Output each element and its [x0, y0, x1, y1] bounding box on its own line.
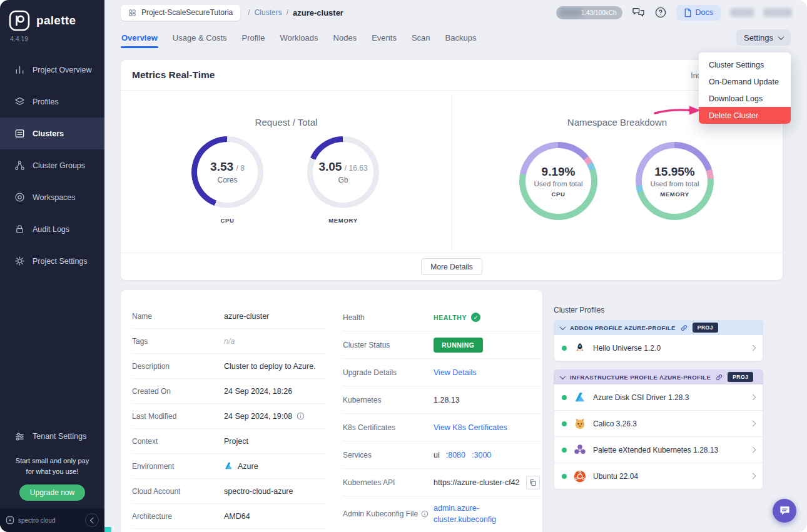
- addon-profile-header[interactable]: ADDON PROFILE AZURE-PROFILE PROJ: [554, 320, 763, 335]
- layers-icon: [14, 96, 25, 107]
- detail-row-name: Name azure-cluster: [132, 304, 327, 329]
- menu-item-cluster-settings[interactable]: Cluster Settings: [699, 56, 791, 73]
- profile-item-calico[interactable]: Calico 3.26.3: [554, 411, 763, 437]
- palette-logo: [9, 10, 30, 31]
- profile-item-azure-disk-csi[interactable]: Azure Disk CSI Driver 1.28.3: [554, 384, 763, 411]
- addon-profile-group: ADDON PROFILE AZURE-PROFILE PROJ Hello U…: [554, 320, 763, 361]
- infrastructure-profile-header[interactable]: INFRASTRUCTURE PROFILE AZURE-PROFILE PRO…: [554, 369, 763, 384]
- sidebar-item-audit-logs[interactable]: Audit Logs: [0, 213, 104, 245]
- detail-label: Created On: [132, 387, 224, 396]
- status-row-k8s-certificates: K8s Certificates View K8s Certificates: [343, 414, 540, 441]
- detail-value: n/a: [224, 337, 235, 346]
- chat-fab-button[interactable]: [773, 499, 796, 523]
- menu-item-download-logs[interactable]: Download Logs: [699, 90, 791, 107]
- memory-namespace-label: Used from total: [651, 180, 699, 188]
- bar-chart-icon: [14, 64, 25, 75]
- tab-overview[interactable]: Overview: [121, 26, 158, 49]
- sidebar-item-project-settings[interactable]: Project Settings: [0, 245, 104, 277]
- tab-profile[interactable]: Profile: [241, 26, 266, 49]
- tab-nodes[interactable]: Nodes: [333, 26, 358, 49]
- detail-label: Architecture: [132, 512, 224, 521]
- delete-cluster-arrow-annotation: [653, 103, 704, 118]
- status-row-kubernetes: Kubernetes 1.28.13: [343, 386, 540, 414]
- brand: palette: [0, 0, 104, 31]
- detail-value: 24 Sep 2024, 18:26: [224, 387, 292, 396]
- link-icon[interactable]: [681, 324, 688, 331]
- upgrade-now-button[interactable]: Upgrade now: [19, 484, 85, 501]
- status-row-upgrade-details: Upgrade Details View Details: [343, 359, 540, 386]
- memory-namespace-caption: MEMORY: [660, 191, 689, 198]
- running-badge: RUNNING: [434, 338, 483, 353]
- kubeconfig-download-link[interactable]: admin.azure-cluster.kubeconfig: [434, 503, 514, 525]
- tab-events[interactable]: Events: [371, 26, 397, 49]
- service-name: ui: [434, 451, 440, 459]
- workspaces-icon: [14, 192, 25, 203]
- info-icon[interactable]: [421, 510, 429, 518]
- sidebar-item-project-overview[interactable]: Project Overview: [0, 54, 104, 86]
- cpu-namespace-caption: CPU: [551, 191, 565, 198]
- addon-profile-title: ADDON PROFILE AZURE-PROFILE: [570, 324, 676, 331]
- settings-button[interactable]: Settings: [736, 29, 791, 46]
- profile-item-palette-extended-kubernetes[interactable]: Palette eXtended Kubernetes 1.28.13: [554, 437, 763, 463]
- cluster-profiles-heading: Cluster Profiles: [554, 306, 763, 314]
- metrics-title: Metrics Real-Time: [132, 69, 215, 81]
- profile-item-hello-universe[interactable]: Hello Universe 1.2.0: [554, 335, 763, 361]
- detail-value: AMD64: [224, 512, 250, 521]
- memory-namespace-percent: 15.95%: [654, 165, 694, 179]
- sidebar-item-workspaces[interactable]: Workspaces: [0, 181, 104, 213]
- view-certificates-link[interactable]: View K8s Certificates: [434, 423, 507, 432]
- status-row-admin-kubeconfig: Admin Kubeconfig File admin.azure-cluste…: [343, 496, 540, 531]
- breadcrumb-clusters-link[interactable]: Clusters: [255, 8, 282, 17]
- detail-label: Last Modified: [132, 412, 224, 421]
- detail-row-architecture: Architecture AMD64: [132, 504, 327, 529]
- chat-bubbles-icon[interactable]: [632, 7, 645, 18]
- upgrade-promo: Start small and only pay for what you us…: [0, 451, 104, 501]
- proj-badge: PROJ: [693, 323, 718, 333]
- tab-scan[interactable]: Scan: [411, 26, 431, 49]
- sidebar-item-label: Audit Logs: [33, 225, 69, 234]
- service-port-link[interactable]: :8080: [446, 451, 465, 459]
- status-label: Kubernetes: [343, 396, 434, 404]
- link-icon[interactable]: [716, 374, 723, 381]
- docs-button[interactable]: Docs: [676, 5, 721, 21]
- status-label: Admin Kubeconfig File: [343, 509, 418, 518]
- chevron-down-icon: [778, 34, 784, 40]
- docs-icon: [684, 8, 692, 18]
- menu-item-delete-cluster[interactable]: Delete Cluster: [699, 107, 791, 124]
- info-icon[interactable]: [297, 412, 305, 420]
- settings-button-label: Settings: [744, 33, 773, 43]
- copy-button[interactable]: [526, 476, 540, 489]
- tab-workloads[interactable]: Workloads: [279, 26, 318, 49]
- project-selector-chip[interactable]: Project-ScaleSecureTutoria: [121, 5, 240, 21]
- help-icon[interactable]: [654, 6, 667, 19]
- cpu-request-donut: 3.53 / 8 Cores: [191, 136, 263, 208]
- more-details-button[interactable]: More Details: [421, 258, 482, 275]
- project-chip-label: Project-ScaleSecureTutoria: [141, 8, 233, 17]
- sidebar-item-label: Cluster Groups: [33, 161, 85, 170]
- breadcrumb-separator: /: [287, 8, 288, 17]
- detail-value: spectro-cloud-azure: [224, 487, 293, 496]
- chevron-right-icon: [750, 447, 756, 453]
- detail-value: Azure: [238, 462, 258, 471]
- status-label: Cluster Status: [343, 341, 434, 349]
- sidebar-collapse-button[interactable]: [85, 513, 99, 527]
- sidebar-item-clusters[interactable]: Clusters: [0, 118, 104, 149]
- sidebar-item-tenant-settings[interactable]: Tenant Settings: [0, 422, 104, 451]
- sidebar-item-profiles[interactable]: Profiles: [0, 86, 104, 118]
- usage-pill: 1.43/100kCh: [556, 6, 622, 19]
- cpu-caption: CPU: [191, 217, 263, 224]
- profile-item-ubuntu[interactable]: Ubuntu 22.04: [554, 463, 763, 489]
- sliders-icon: [14, 431, 25, 442]
- cpu-namespace-label: Used from total: [534, 180, 583, 188]
- tab-usage-costs[interactable]: Usage & Costs: [172, 26, 228, 49]
- sidebar-item-cluster-groups[interactable]: Cluster Groups: [0, 149, 104, 181]
- detail-row-context: Context Project: [132, 429, 327, 454]
- tab-backups[interactable]: Backups: [445, 26, 477, 49]
- chevron-down-icon: [560, 373, 566, 379]
- status-dot: [562, 395, 567, 400]
- service-port-link[interactable]: :3000: [472, 451, 491, 459]
- view-details-link[interactable]: View Details: [434, 368, 477, 377]
- grid-icon: [128, 9, 136, 17]
- app-window: palette 4.4.19 Project Overview Profiles…: [0, 0, 807, 532]
- menu-item-on-demand-update[interactable]: On-Demand Update: [699, 73, 791, 90]
